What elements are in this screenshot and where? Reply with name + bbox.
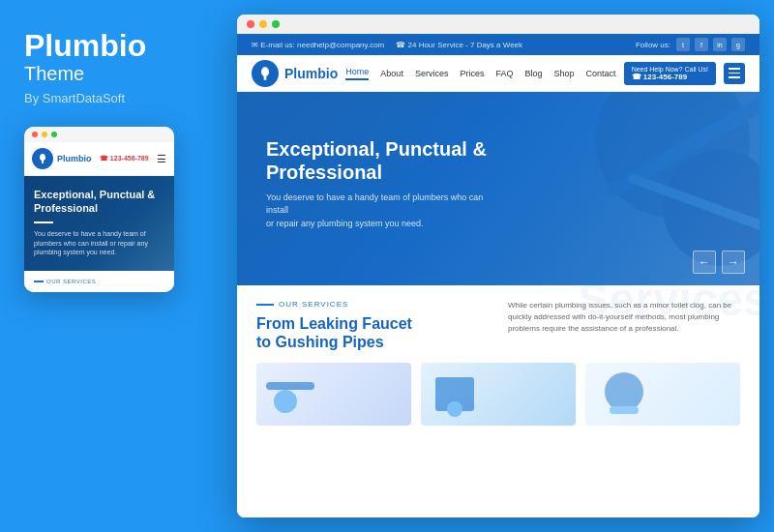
- mobile-hamburger-icon[interactable]: ☰: [157, 153, 166, 165]
- nav-home[interactable]: Home: [345, 67, 369, 80]
- googleplus-icon[interactable]: g: [731, 38, 745, 51]
- site-logo-icon: [252, 60, 279, 87]
- mobile-top-bar: [24, 127, 174, 142]
- topbar-service: ☎ 24 Hour Service - 7 Days a Week: [396, 41, 522, 49]
- nav-shop[interactable]: Shop: [553, 69, 574, 78]
- mobile-phone: ☎ 123-456-789: [100, 155, 149, 163]
- topbar-right: Follow us: t f in g: [636, 38, 745, 51]
- desktop-mockup: ✉ E-mail us: needhelp@company.com ☎ 24 H…: [237, 15, 759, 517]
- mobile-logo-text: Plumbio: [57, 154, 92, 163]
- desktop-dot-green: [272, 20, 280, 28]
- desktop-top-bar: [237, 15, 759, 34]
- brand-title: Plumbio: [24, 29, 213, 63]
- mobile-logo-icon: [32, 148, 53, 169]
- mobile-logo: Plumbio: [32, 148, 92, 169]
- nav-services[interactable]: Services: [415, 69, 449, 78]
- ham-line-3: [729, 76, 740, 78]
- site-logo: Plumbio: [252, 60, 338, 87]
- mobile-services-label: our services: [34, 279, 164, 284]
- brand-subtitle: Theme: [24, 63, 213, 85]
- services-title: From Leaking Faucetto Gushing Pipes: [256, 314, 412, 351]
- mobile-hero-title: Exceptional, Punctual & Professional: [34, 188, 164, 216]
- service-card-1: [256, 363, 411, 426]
- our-services-label: our services: [256, 300, 412, 309]
- nav-faq[interactable]: FAQ: [495, 69, 513, 78]
- hero-desc: You deserve to have a handy team of plum…: [266, 192, 495, 231]
- linkedin-icon[interactable]: in: [713, 38, 727, 51]
- nav-contact[interactable]: Contact: [585, 69, 615, 78]
- topbar-email: ✉ E-mail us: needhelp@company.com: [252, 41, 384, 49]
- desktop-dot-yellow: [259, 20, 267, 28]
- site-logo-text: Plumbio: [284, 66, 338, 81]
- mobile-hero-desc: You deserve to have a handy team of plum…: [34, 229, 164, 257]
- services-left: our services From Leaking Faucetto Gushi…: [256, 300, 412, 351]
- hero-prev-button[interactable]: ←: [693, 251, 716, 274]
- services-top: our services From Leaking Faucetto Gushi…: [256, 300, 740, 351]
- services-section: Services our services From Leaking Fauce…: [237, 285, 759, 517]
- mobile-services-section: our services: [24, 271, 174, 292]
- brand-by: By SmartDataSoft: [24, 91, 213, 105]
- call-box: Need Help Now? Call Us! ☎ 123-456-789: [624, 62, 716, 85]
- svg-point-5: [274, 390, 297, 413]
- topbar-left: ✉ E-mail us: needhelp@company.com ☎ 24 H…: [252, 41, 522, 49]
- svg-point-7: [447, 401, 462, 417]
- service-card-3: [585, 363, 740, 426]
- svg-rect-4: [266, 382, 314, 390]
- nav-about[interactable]: About: [380, 69, 403, 78]
- dot-red: [32, 132, 38, 137]
- call-label: Need Help Now? Call Us!: [632, 66, 708, 73]
- nav-links: Home About Services Prices FAQ Blog Shop…: [345, 67, 615, 80]
- hero-title: Exceptional, Punctual &Professional: [266, 137, 495, 184]
- facebook-icon[interactable]: f: [695, 38, 708, 51]
- service-cards: [256, 363, 740, 426]
- mobile-mockup: Plumbio ☎ 123-456-789 ☰ Exceptional, Pun…: [24, 127, 174, 292]
- svg-rect-9: [610, 406, 639, 414]
- hero-content: Exceptional, Punctual &Professional You …: [237, 137, 524, 241]
- left-panel: Plumbio Theme By SmartDataSoft Plumbio ☎…: [0, 0, 237, 532]
- ham-line-2: [729, 73, 740, 74]
- dot-green: [51, 132, 57, 137]
- follow-label: Follow us:: [636, 41, 670, 49]
- site-hero: Exceptional, Punctual &Professional You …: [237, 92, 759, 285]
- nav-prices[interactable]: Prices: [460, 69, 484, 78]
- service-card-2: [421, 363, 576, 426]
- nav-blog[interactable]: Blog: [524, 69, 542, 78]
- call-number: ☎ 123-456-789: [632, 73, 708, 81]
- hero-arrows: ← →: [693, 251, 745, 274]
- ham-line-1: [729, 68, 740, 70]
- hamburger-icon[interactable]: [724, 63, 745, 84]
- site-nav: Plumbio Home About Services Prices FAQ B…: [237, 55, 759, 92]
- mobile-hero: Exceptional, Punctual & Professional You…: [24, 176, 174, 271]
- social-icons: t f in g: [676, 38, 745, 51]
- mobile-nav-bar: Plumbio ☎ 123-456-789 ☰: [24, 142, 174, 176]
- site-topbar: ✉ E-mail us: needhelp@company.com ☎ 24 H…: [237, 34, 759, 55]
- dot-yellow: [42, 132, 47, 137]
- services-right: While certain plumbing issues, such as a…: [508, 300, 740, 335]
- nav-right: Need Help Now? Call Us! ☎ 123-456-789: [624, 62, 745, 85]
- hero-next-button[interactable]: →: [722, 251, 745, 274]
- svg-point-8: [605, 372, 643, 411]
- twitter-icon[interactable]: t: [676, 38, 690, 51]
- email-icon: ✉: [252, 41, 260, 49]
- mobile-hero-divider: [34, 222, 53, 223]
- desktop-dot-red: [247, 20, 254, 28]
